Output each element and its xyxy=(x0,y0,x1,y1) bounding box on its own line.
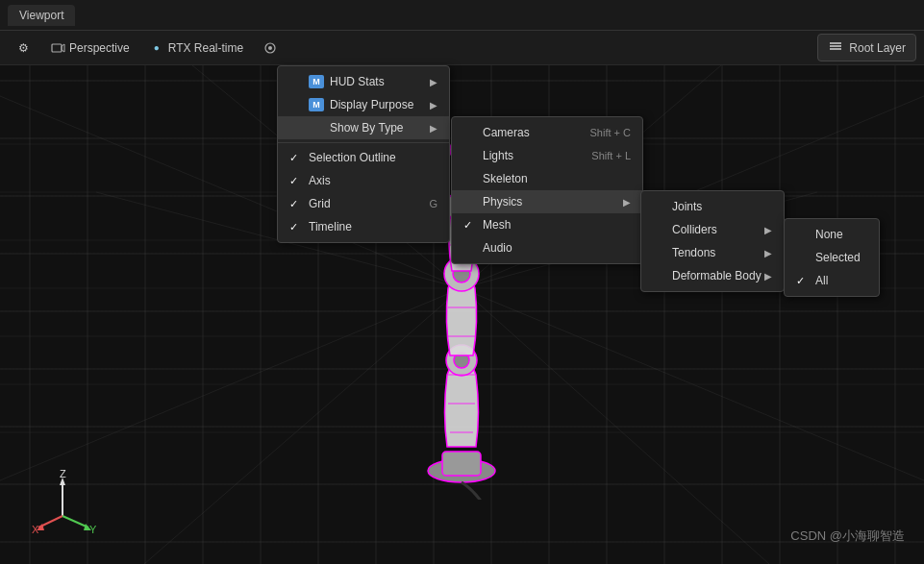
display-purpose-arrow: ▶ xyxy=(430,100,437,110)
physics-submenu: Joints Colliders ▶ xyxy=(640,190,785,292)
toolbar: ⚙ Perspective ● RTX Real-time xyxy=(0,31,924,65)
selection-outline-label: Selection Outline xyxy=(309,151,396,164)
svg-rect-34 xyxy=(52,44,62,52)
physics-label: Physics xyxy=(483,195,522,208)
axis-indicator: Z X Y xyxy=(29,468,87,526)
svg-rect-40 xyxy=(830,48,841,50)
deformable-body-label: Deformable Body xyxy=(672,269,762,282)
cameras-shortcut: Shift + C xyxy=(571,127,632,138)
hud-stats-item[interactable]: M HUD Stats ▶ xyxy=(278,70,449,93)
grid-shortcut: G xyxy=(410,198,437,209)
lights-label: Lights xyxy=(483,149,513,162)
tendons-item[interactable]: Tendons ▶ xyxy=(641,241,784,264)
deformable-body-arrow: ▶ xyxy=(764,271,772,282)
audio-item[interactable]: Audio xyxy=(452,236,642,259)
svg-line-47 xyxy=(62,516,88,527)
camera-icon xyxy=(50,40,65,56)
none-item[interactable]: None xyxy=(785,223,879,246)
svg-rect-38 xyxy=(830,42,841,44)
none-label: None xyxy=(815,228,843,241)
viewport: Viewport ⚙ Perspective ● RTX Real-time xyxy=(0,0,924,564)
physics-arrow: ▶ xyxy=(623,197,631,208)
mesh-item[interactable]: ✓ Mesh xyxy=(452,213,642,236)
viewport-tab[interactable]: Viewport xyxy=(8,5,75,26)
grid-label: Grid xyxy=(309,197,331,210)
svg-text:X: X xyxy=(32,524,39,535)
colliders-label: Colliders xyxy=(672,223,717,236)
skeleton-item[interactable]: Skeleton xyxy=(452,167,642,190)
settings-button[interactable]: ⚙ xyxy=(8,37,38,59)
colliders-arrow: ▶ xyxy=(764,225,772,235)
rtx-button[interactable]: ● RTX Real-time xyxy=(141,37,251,59)
skeleton-label: Skeleton xyxy=(483,172,528,185)
colliders-submenu: None Selected ✓ All xyxy=(784,218,880,297)
mesh-label: Mesh xyxy=(483,218,511,232)
all-label: All xyxy=(815,274,828,287)
cameras-item[interactable]: Cameras Shift + C xyxy=(452,121,642,144)
timeline-item[interactable]: ✓ Timeline xyxy=(278,215,449,238)
tendons-label: Tendons xyxy=(672,246,715,259)
joints-item[interactable]: Joints xyxy=(641,195,784,218)
svg-marker-35 xyxy=(62,44,64,52)
all-item[interactable]: ✓ All xyxy=(785,269,879,292)
selected-label: Selected xyxy=(815,251,861,264)
root-layer-label: Root Layer xyxy=(849,41,906,55)
axis-item[interactable]: ✓ Axis xyxy=(278,169,449,192)
physics-item[interactable]: Physics ▶ Joints Co xyxy=(452,190,642,213)
show-by-type-item[interactable]: Show By Type ▶ Cameras Shift + C Lights … xyxy=(278,116,449,139)
hud-stats-arrow: ▶ xyxy=(430,77,437,87)
watermark: CSDN @小海聊智造 xyxy=(790,527,905,545)
deformable-body-item[interactable]: Deformable Body ▶ xyxy=(641,264,784,287)
display-purpose-item[interactable]: M Display Purpose ▶ xyxy=(278,93,449,116)
display-purpose-label: Display Purpose xyxy=(330,98,413,111)
grid-item[interactable]: ✓ Grid G xyxy=(278,192,449,215)
root-layer-icon xyxy=(828,38,843,57)
display-icon xyxy=(262,40,278,56)
hud-badge: M xyxy=(309,75,324,88)
settings-icon: ⚙ xyxy=(15,40,31,56)
perspective-button[interactable]: Perspective xyxy=(42,37,137,59)
main-dropdown: M HUD Stats ▶ M Display Purpose ▶ Show B… xyxy=(277,65,450,243)
svg-rect-39 xyxy=(830,45,841,47)
lights-shortcut: Shift + L xyxy=(572,150,631,161)
axis-label: Axis xyxy=(309,174,331,187)
top-bar: Viewport xyxy=(0,0,924,31)
colliders-item[interactable]: Colliders ▶ None xyxy=(641,218,784,241)
svg-text:Y: Y xyxy=(89,524,96,535)
show-by-type-submenu: Cameras Shift + C Lights Shift + L Skele… xyxy=(451,116,643,264)
rtx-icon: ● xyxy=(149,40,164,56)
cameras-label: Cameras xyxy=(483,126,530,139)
lights-item[interactable]: Lights Shift + L xyxy=(452,144,642,167)
display-button[interactable] xyxy=(255,37,286,59)
selection-outline-item[interactable]: ✓ Selection Outline xyxy=(278,146,449,169)
rtx-label: RTX Real-time xyxy=(168,41,243,55)
selected-item[interactable]: Selected xyxy=(785,246,879,269)
tendons-arrow: ▶ xyxy=(764,248,772,258)
show-menu: M HUD Stats ▶ M Display Purpose ▶ Show B… xyxy=(277,65,450,243)
perspective-label: Perspective xyxy=(69,41,130,55)
svg-point-37 xyxy=(268,46,272,50)
timeline-label: Timeline xyxy=(309,220,352,233)
show-by-type-arrow: ▶ xyxy=(430,123,437,134)
hud-stats-label: HUD Stats xyxy=(330,75,385,88)
audio-label: Audio xyxy=(483,241,512,255)
root-layer-button[interactable]: Root Layer xyxy=(817,34,916,61)
svg-rect-18 xyxy=(442,452,481,476)
svg-text:Z: Z xyxy=(60,468,66,479)
display-badge: M xyxy=(309,98,324,111)
menu-divider-1 xyxy=(278,142,449,143)
joints-label: Joints xyxy=(672,200,702,213)
show-by-type-label: Show By Type xyxy=(330,121,404,135)
